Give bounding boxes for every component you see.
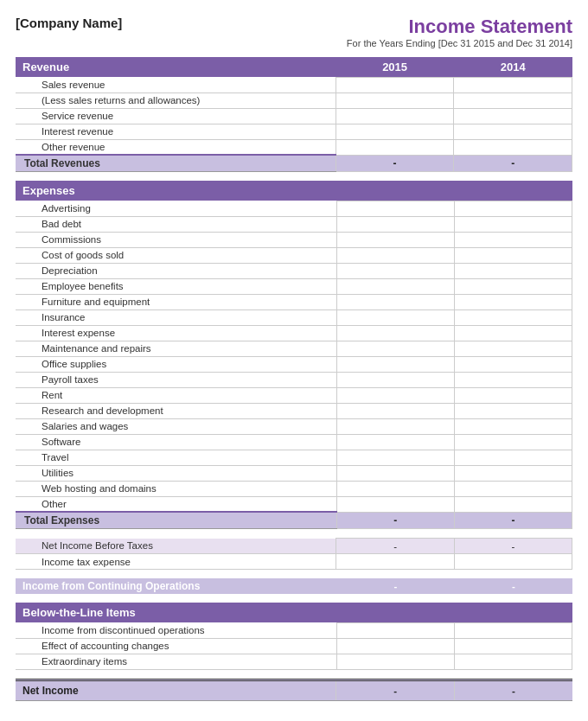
expense-item-3: Cost of goods sold <box>16 247 572 263</box>
income-tax-row: Income tax expense <box>16 554 572 570</box>
expense-item-5: Employee benefits <box>16 278 572 294</box>
below-line-item-0: Income from discontinued operations <box>16 622 572 638</box>
expense-item-11: Payroll taxes <box>16 372 572 387</box>
company-name: [Company Name] <box>16 16 122 30</box>
expense-item-19: Other <box>16 496 572 512</box>
expense-item-2: Commissions <box>16 232 572 247</box>
revenue-item-2: Service revenue <box>16 108 572 124</box>
revenue-header-row: Revenue 2015 2014 <box>16 57 572 77</box>
report-title: Income Statement <box>347 16 572 38</box>
below-line-header-row: Below-the-Line Items <box>16 603 572 622</box>
revenue-item-4: Other revenue <box>16 139 572 155</box>
revenue-section-label: Revenue <box>16 57 336 77</box>
continuing-table: Income from Continuing Operations - - <box>16 578 572 594</box>
below-line-item-1: Effect of accounting changes <box>16 638 572 654</box>
expense-item-0: Advertising <box>16 201 572 216</box>
expense-item-15: Software <box>16 434 572 450</box>
expenses-table: Expenses Advertising Bad debt Commission… <box>16 181 572 529</box>
expense-item-9: Maintenance and repairs <box>16 341 572 356</box>
net-income-before-taxes-row: Net Income Before Taxes - - <box>16 539 572 554</box>
expense-item-6: Furniture and equipment <box>16 294 572 309</box>
revenue-table: Revenue 2015 2014 Sales revenue (Less sa… <box>16 57 572 172</box>
expense-item-13: Research and development <box>16 403 572 418</box>
expense-item-10: Office supplies <box>16 356 572 372</box>
revenue-item-3: Interest revenue <box>16 124 572 139</box>
total-expenses-row: Total Expenses - - <box>16 512 572 529</box>
expense-item-1: Bad debt <box>16 216 572 232</box>
expense-item-14: Salaries and wages <box>16 418 572 434</box>
expense-item-8: Interest expense <box>16 325 572 341</box>
below-line-table: Below-the-Line Items Income from discont… <box>16 603 572 670</box>
below-line-item-2: Extraordinary items <box>16 654 572 669</box>
expense-item-4: Depreciation <box>16 263 572 278</box>
title-block: Income Statement For the Years Ending [D… <box>347 16 572 48</box>
page: [Company Name] Income Statement For the … <box>0 0 588 717</box>
expenses-section-label: Expenses <box>16 181 336 201</box>
expenses-header-row: Expenses <box>16 181 572 201</box>
year-2014-header: 2014 <box>454 57 572 77</box>
below-line-section-label: Below-the-Line Items <box>16 603 336 622</box>
expense-item-7: Insurance <box>16 309 572 325</box>
expense-item-16: Travel <box>16 450 572 465</box>
net-income-table: Net Income - - <box>16 679 572 701</box>
report-subtitle: For the Years Ending [Dec 31 2015 and De… <box>347 38 572 48</box>
expense-item-18: Web hosting and domains <box>16 481 572 496</box>
revenue-item-0: Sales revenue <box>16 77 572 93</box>
expense-item-17: Utilities <box>16 465 572 481</box>
subtotals-table: Net Income Before Taxes - - Income tax e… <box>16 538 572 570</box>
continuing-row: Income from Continuing Operations - - <box>16 578 572 594</box>
expense-item-12: Rent <box>16 387 572 403</box>
header: [Company Name] Income Statement For the … <box>16 16 572 48</box>
revenue-item-1: (Less sales returns and allowances) <box>16 93 572 108</box>
year-2015-header: 2015 <box>336 57 454 77</box>
net-income-row: Net Income - - <box>16 680 572 700</box>
total-revenues-row: Total Revenues - - <box>16 155 572 172</box>
